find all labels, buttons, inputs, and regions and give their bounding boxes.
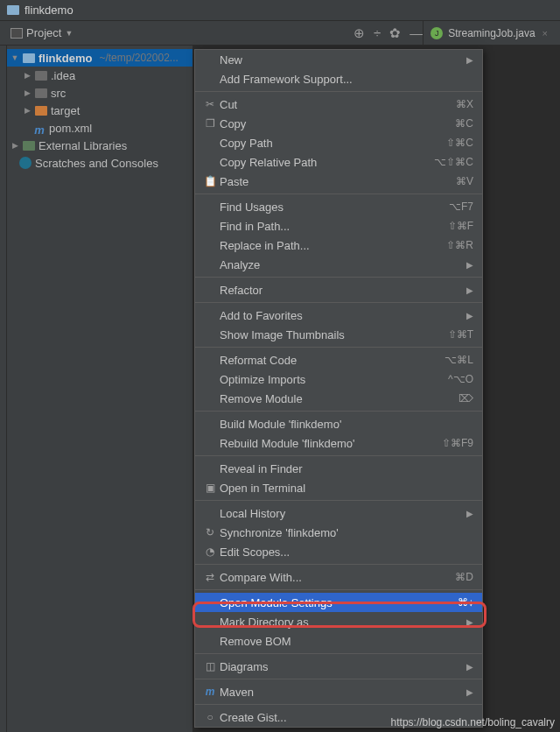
tree-external-libraries[interactable]: ▶ External Libraries bbox=[7, 137, 192, 154]
expand-arrow-icon[interactable]: ▶ bbox=[23, 106, 32, 115]
menu-item-label: Refactor bbox=[220, 284, 466, 297]
menu-item-icon: ◫ bbox=[200, 660, 220, 672]
menu-item[interactable]: Copy Relative Path⌥⇧⌘C bbox=[195, 152, 482, 172]
menu-item-shortcut: ⇧⌘R bbox=[446, 239, 473, 251]
menu-item[interactable]: Add to Favorites▶ bbox=[195, 306, 482, 325]
tree-item-src[interactable]: ▶ src bbox=[7, 84, 192, 102]
menu-item-label: Remove BOM bbox=[220, 635, 473, 648]
menu-item-label: Analyze bbox=[220, 258, 466, 271]
menu-item-label: Open Module Settings bbox=[220, 596, 458, 609]
menu-item[interactable]: Rebuild Module 'flinkdemo'⇧⌘F9 bbox=[195, 433, 482, 453]
menu-item[interactable]: Mark Directory as▶ bbox=[195, 612, 482, 631]
menu-item-label: Find Usages bbox=[220, 201, 449, 214]
tree-root[interactable]: ▼ flinkdemo ~/temp/202002... bbox=[7, 49, 192, 67]
menu-item-label: Reveal in Finder bbox=[220, 462, 473, 475]
context-menu: New▶Add Framework Support...✂Cut⌘X❐Copy⌘… bbox=[194, 49, 483, 728]
project-view-selector[interactable]: Project ▼ bbox=[5, 25, 78, 41]
menu-item-icon: ○ bbox=[200, 711, 220, 723]
menu-item[interactable]: Find Usages⌥F7 bbox=[195, 197, 482, 216]
menu-item-label: Compare With... bbox=[220, 571, 455, 584]
project-icon bbox=[10, 28, 23, 39]
gear-icon[interactable]: ✿ bbox=[389, 25, 401, 41]
menu-item-label: Add Framework Support... bbox=[220, 73, 473, 86]
toolbar-actions: ⊕ ÷ ✿ — bbox=[354, 25, 423, 41]
menu-item[interactable]: Find in Path...⇧⌘F bbox=[195, 216, 482, 236]
menu-item[interactable]: ◫Diagrams▶ bbox=[195, 657, 482, 676]
expand-arrow-icon[interactable]: ▶ bbox=[23, 71, 32, 80]
menu-item[interactable]: New▶ bbox=[195, 50, 482, 69]
menu-item[interactable]: Refactor▶ bbox=[195, 280, 482, 299]
folder-icon bbox=[35, 71, 47, 81]
hide-icon[interactable]: — bbox=[410, 25, 423, 41]
project-label: Project bbox=[26, 26, 61, 39]
menu-item[interactable]: ↻Synchronize 'flinkdemo' bbox=[195, 523, 482, 542]
menu-item-label: Reformat Code bbox=[220, 354, 444, 367]
menu-item[interactable]: Copy Path⇧⌘C bbox=[195, 133, 482, 152]
menu-item-shortcut: ⇧⌘F bbox=[448, 220, 473, 232]
menu-item-shortcut: ⌘X bbox=[456, 98, 473, 110]
menu-item-shortcut: ⇧⌘F9 bbox=[442, 437, 473, 449]
menu-item[interactable]: Reveal in Finder bbox=[195, 459, 482, 478]
menu-item-shortcut: ⌘D bbox=[455, 571, 473, 583]
tree-item-label: .idea bbox=[51, 69, 75, 82]
tab-close-icon[interactable]: × bbox=[542, 28, 548, 39]
tree-item-label: pom.xml bbox=[49, 122, 92, 135]
menu-item[interactable]: Add Framework Support... bbox=[195, 69, 482, 88]
menu-item[interactable]: ⇄Compare With...⌘D bbox=[195, 567, 482, 587]
menu-item-icon: ❐ bbox=[200, 117, 220, 130]
menu-item-shortcut: ⌥⌘L bbox=[444, 354, 473, 366]
menu-item-shortcut: ⌥⇧⌘C bbox=[434, 156, 473, 168]
tree-item-label: src bbox=[51, 87, 66, 100]
menu-item[interactable]: Remove Module⌦ bbox=[195, 389, 482, 408]
menu-item[interactable]: Remove BOM bbox=[195, 631, 482, 651]
chevron-down-icon: ▼ bbox=[65, 29, 73, 38]
menu-item-label: Diagrams bbox=[220, 660, 466, 673]
project-folder-icon bbox=[7, 5, 19, 15]
tab-filename: StreamingJob.java bbox=[448, 27, 535, 39]
menu-item[interactable]: ◔Edit Scopes... bbox=[195, 542, 482, 561]
expand-arrow-icon[interactable]: ▼ bbox=[10, 53, 19, 62]
menu-item-label: Add to Favorites bbox=[220, 309, 466, 322]
expand-arrow-icon[interactable]: ▶ bbox=[23, 88, 32, 97]
menu-separator bbox=[195, 564, 482, 565]
menu-item[interactable]: 📋Paste⌘V bbox=[195, 172, 482, 191]
menu-item-shortcut: ⇧⌘T bbox=[448, 328, 473, 341]
target-icon[interactable]: ⊕ bbox=[354, 25, 365, 41]
tree-scratches[interactable]: Scratches and Consoles bbox=[7, 154, 192, 172]
menu-item[interactable]: Open Module Settings⌘↓ bbox=[195, 593, 482, 612]
tool-window-gutter[interactable] bbox=[0, 46, 7, 732]
menu-item[interactable]: Reformat Code⌥⌘L bbox=[195, 350, 482, 370]
tree-item-target[interactable]: ▶ target bbox=[7, 102, 192, 119]
tree-item-idea[interactable]: ▶ .idea bbox=[7, 67, 192, 84]
menu-item[interactable]: Build Module 'flinkdemo' bbox=[195, 414, 482, 433]
tree-item-label: Scratches and Consoles bbox=[35, 157, 158, 170]
menu-item-label: Optimize Imports bbox=[220, 373, 448, 386]
menu-item-label: Copy Path bbox=[220, 137, 446, 150]
menu-item[interactable]: ❐Copy⌘C bbox=[195, 114, 482, 133]
menu-item[interactable]: Optimize Imports^⌥O bbox=[195, 370, 482, 389]
project-toolbar: Project ▼ ⊕ ÷ ✿ — J StreamingJob.java × bbox=[0, 21, 560, 46]
menu-item[interactable]: Replace in Path...⇧⌘R bbox=[195, 236, 482, 255]
window-title: flinkdemo bbox=[24, 4, 74, 17]
tree-item-pom[interactable]: m pom.xml bbox=[7, 119, 192, 137]
submenu-arrow-icon: ▶ bbox=[466, 617, 473, 627]
editor-tab[interactable]: J StreamingJob.java × bbox=[424, 27, 555, 39]
menu-item[interactable]: Analyze▶ bbox=[195, 255, 482, 274]
menu-item[interactable]: mMaven▶ bbox=[195, 682, 482, 701]
menu-item[interactable]: Show Image Thumbnails⇧⌘T bbox=[195, 325, 482, 344]
menu-item[interactable]: Local History▶ bbox=[195, 503, 482, 523]
menu-item-label: Mark Directory as bbox=[220, 616, 466, 629]
menu-separator bbox=[195, 302, 482, 303]
menu-item-shortcut: ⌦ bbox=[458, 392, 473, 405]
submenu-arrow-icon: ▶ bbox=[466, 285, 473, 295]
project-tree: ▼ flinkdemo ~/temp/202002... ▶ .idea ▶ s… bbox=[7, 46, 192, 732]
menu-item-label: Cut bbox=[220, 98, 456, 111]
menu-item[interactable]: ✂Cut⌘X bbox=[195, 95, 482, 114]
window-titlebar: flinkdemo bbox=[0, 0, 560, 21]
menu-item-label: Open in Terminal bbox=[220, 482, 473, 495]
menu-item[interactable]: ▣Open in Terminal bbox=[195, 478, 482, 497]
maven-file-icon: m bbox=[33, 123, 46, 133]
expand-arrow-icon[interactable]: ▶ bbox=[10, 141, 19, 150]
java-file-icon: J bbox=[430, 27, 443, 39]
collapse-icon[interactable]: ÷ bbox=[374, 25, 381, 41]
